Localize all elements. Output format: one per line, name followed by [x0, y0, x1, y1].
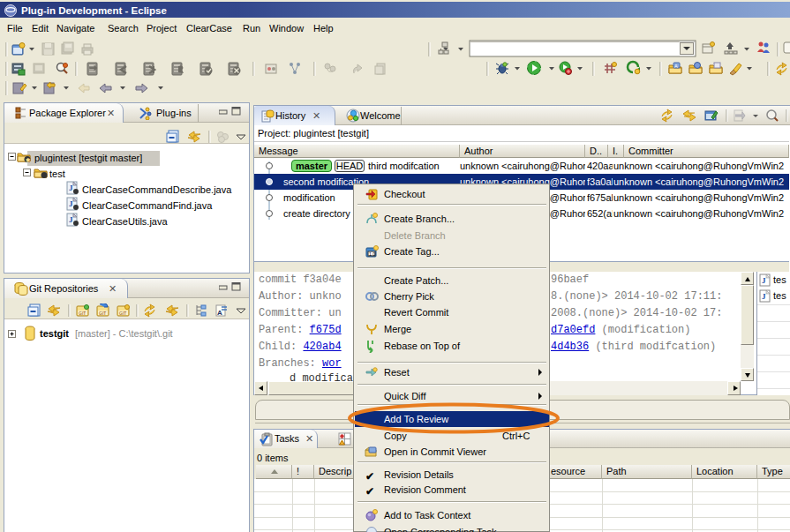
- svg-text:GIT: GIT: [99, 311, 106, 316]
- svg-text:J: J: [762, 292, 766, 301]
- svg-text:J: J: [69, 184, 73, 192]
- svg-text:J: J: [762, 276, 766, 285]
- svg-text:J: J: [69, 215, 73, 224]
- svg-text:1.0: 1.0: [369, 251, 375, 257]
- svg-text:A: A: [674, 64, 678, 69]
- svg-text:J: J: [69, 199, 73, 208]
- svg-text:GIT: GIT: [79, 311, 86, 316]
- svg-text:GIT: GIT: [119, 311, 126, 316]
- svg-text:A: A: [217, 309, 222, 317]
- svg-text:✱: ✱: [26, 157, 31, 163]
